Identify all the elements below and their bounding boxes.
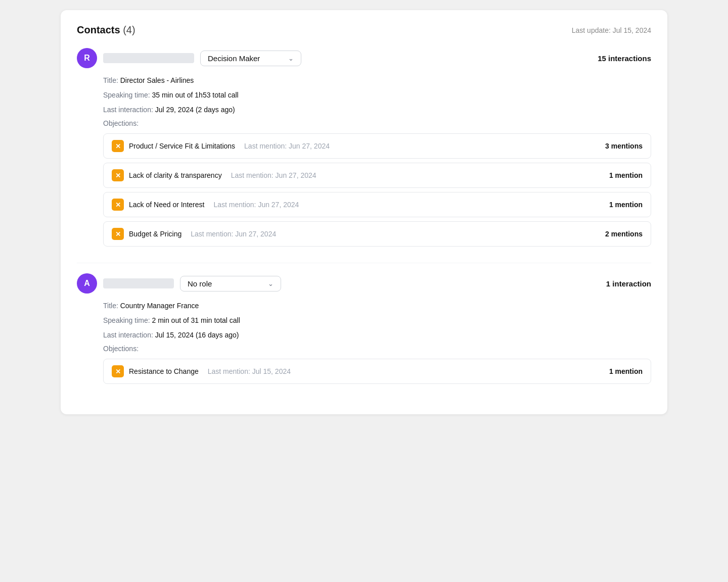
objections-label-r: Objections:	[103, 119, 651, 127]
last-interaction-row-a: Last interaction: Jul 15, 2024 (16 days …	[103, 330, 651, 341]
contacts-card: Contacts (4) Last update: Jul 15, 2024 R…	[61, 10, 667, 414]
role-label-r: Decision Maker	[208, 54, 260, 63]
objection-mention-r-2: Last mention: Jun 27, 2024	[213, 201, 299, 209]
objection-count-r-1: 1 mention	[609, 171, 643, 179]
last-interaction-label-r: Last interaction:	[103, 106, 153, 114]
title-label-r: Title:	[103, 76, 118, 84]
last-update-value: Jul 15, 2024	[613, 26, 651, 34]
objection-icon-r-2: ✕	[112, 199, 124, 211]
avatar-r: R	[77, 48, 97, 68]
objection-icon-a-0: ✕	[112, 365, 124, 377]
objection-left-r-0: ✕ Product / Service Fit & Limitations La…	[112, 140, 330, 152]
last-update: Last update: Jul 15, 2024	[572, 26, 651, 34]
title-row-a: Title: Country Manager France	[103, 301, 651, 311]
contact-header-a: A No role ⌄ 1 interaction	[77, 273, 651, 294]
objection-left-r-1: ✕ Lack of clarity & transparency Last me…	[112, 169, 316, 181]
section-divider	[77, 263, 651, 263]
last-interaction-label-a: Last interaction:	[103, 331, 153, 339]
contact-header-r: R Decision Maker ⌄ 15 interactions	[77, 48, 651, 68]
objection-icon-r-0: ✕	[112, 140, 124, 152]
objection-icon-r-1: ✕	[112, 169, 124, 181]
objection-left-a-0: ✕ Resistance to Change Last mention: Jul…	[112, 365, 291, 377]
objection-count-r-0: 3 mentions	[605, 142, 643, 150]
objection-item-r-0: ✕ Product / Service Fit & Limitations La…	[103, 133, 651, 159]
objection-name-r-0: Product / Service Fit & Limitations	[129, 142, 235, 150]
title-value-r: Director Sales - Airlines	[120, 76, 194, 84]
objection-item-r-1: ✕ Lack of clarity & transparency Last me…	[103, 163, 651, 188]
objection-count-a-0: 1 mention	[609, 367, 643, 375]
objection-mention-r-3: Last mention: Jun 27, 2024	[191, 230, 276, 238]
objections-label-a: Objections:	[103, 345, 651, 353]
title-label-a: Title:	[103, 302, 118, 310]
objection-left-r-2: ✕ Lack of Need or Interest Last mention:…	[112, 199, 299, 211]
contact-details-r: Title: Director Sales - Airlines Speakin…	[103, 75, 651, 247]
last-interaction-value-a: Jul 15, 2024 (16 days ago)	[155, 331, 239, 339]
objections-list-a: ✕ Resistance to Change Last mention: Jul…	[103, 359, 651, 384]
objection-icon-r-3: ✕	[112, 228, 124, 240]
speaking-time-label-r: Speaking time:	[103, 91, 150, 99]
speaking-time-row-r: Speaking time: 35 min out of 1h53 total …	[103, 90, 651, 101]
last-interaction-value-r: Jul 29, 2024 (2 days ago)	[155, 106, 235, 114]
avatar-a: A	[77, 273, 97, 294]
contacts-title: Contacts	[77, 24, 120, 35]
chevron-down-icon: ⌄	[268, 280, 274, 287]
contact-details-a: Title: Country Manager France Speaking t…	[103, 301, 651, 384]
title-row-r: Title: Director Sales - Airlines	[103, 75, 651, 86]
objection-mention-a-0: Last mention: Jul 15, 2024	[208, 367, 291, 375]
objection-count-r-3: 2 mentions	[605, 230, 643, 238]
objection-mention-r-0: Last mention: Jun 27, 2024	[244, 142, 330, 150]
objection-mention-r-1: Last mention: Jun 27, 2024	[231, 171, 316, 179]
role-dropdown-r[interactable]: Decision Maker ⌄	[200, 51, 301, 66]
objection-name-a-0: Resistance to Change	[129, 367, 199, 375]
title-value-a: Country Manager France	[120, 302, 199, 310]
last-interaction-row-r: Last interaction: Jul 29, 2024 (2 days a…	[103, 105, 651, 115]
interactions-count-a: 1 interaction	[606, 279, 651, 288]
objection-item-r-3: ✕ Budget & Pricing Last mention: Jun 27,…	[103, 221, 651, 247]
chevron-down-icon: ⌄	[288, 55, 294, 62]
contact-name-r	[103, 53, 194, 63]
card-title: Contacts (4)	[77, 24, 135, 36]
card-header: Contacts (4) Last update: Jul 15, 2024	[77, 24, 651, 36]
speaking-time-value-a: 2 min out of 31 min total call	[152, 316, 240, 324]
role-label-a: No role	[188, 279, 212, 288]
contacts-count: (4)	[123, 24, 135, 35]
objection-name-r-2: Lack of Need or Interest	[129, 201, 204, 209]
objection-left-r-3: ✕ Budget & Pricing Last mention: Jun 27,…	[112, 228, 276, 240]
objection-item-r-2: ✕ Lack of Need or Interest Last mention:…	[103, 192, 651, 217]
speaking-time-label-a: Speaking time:	[103, 316, 150, 324]
objection-name-r-1: Lack of clarity & transparency	[129, 171, 222, 179]
contact-section-r: R Decision Maker ⌄ 15 interactions Title…	[77, 48, 651, 247]
speaking-time-value-r: 35 min out of 1h53 total call	[152, 91, 239, 99]
role-dropdown-a[interactable]: No role ⌄	[180, 276, 281, 292]
contact-name-a	[103, 278, 174, 288]
last-update-label: Last update:	[572, 26, 611, 34]
objection-name-r-3: Budget & Pricing	[129, 230, 181, 238]
speaking-time-row-a: Speaking time: 2 min out of 31 min total…	[103, 315, 651, 326]
objection-count-r-2: 1 mention	[609, 201, 643, 209]
interactions-count-r: 15 interactions	[598, 54, 651, 63]
objections-list-r: ✕ Product / Service Fit & Limitations La…	[103, 133, 651, 247]
objection-item-a-0: ✕ Resistance to Change Last mention: Jul…	[103, 359, 651, 384]
contact-section-a: A No role ⌄ 1 interaction Title: Country…	[77, 273, 651, 384]
